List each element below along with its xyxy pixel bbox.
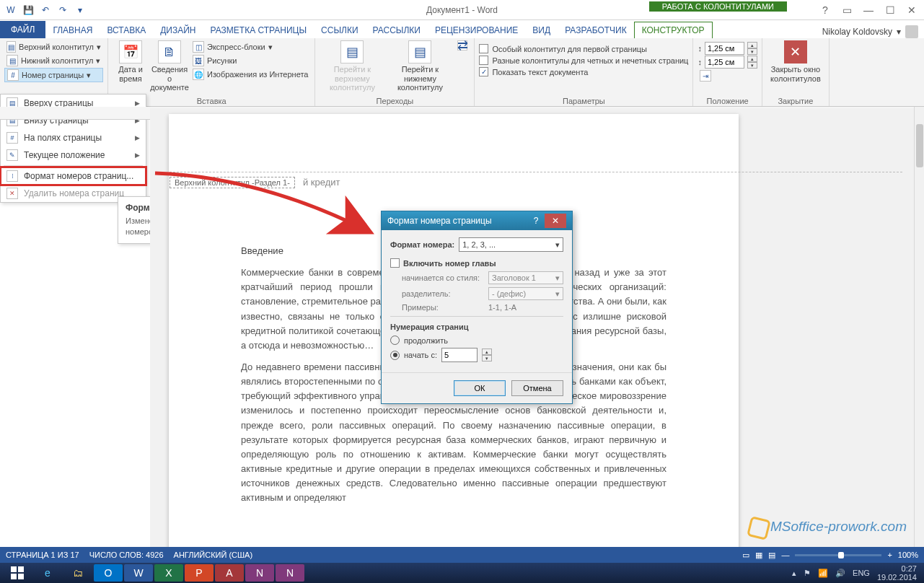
radio-icon (390, 336, 400, 345)
tab-layout[interactable]: РАЗМЕТКА СТРАНИЦЫ (203, 22, 314, 38)
dialog-close-icon[interactable]: ✕ (545, 214, 566, 228)
start-at-radio[interactable]: начать с: ▴▾ (390, 348, 563, 362)
include-chapter-checkbox[interactable]: Включить номер главы (390, 258, 563, 268)
page-status[interactable]: СТРАНИЦА 1 ИЗ 17 (6, 551, 79, 559)
user-area[interactable]: Nikolay Koldovsky ▾ (822, 25, 924, 38)
watermark-logo-icon (747, 516, 771, 540)
goto-footer-button[interactable]: ▤Перейти к нижнему колонтитулу (387, 40, 452, 95)
page-number-format-dialog: Формат номера страницы ? ✕ Формат номера… (381, 211, 573, 404)
taskbar-excel-icon[interactable]: X (154, 564, 183, 582)
start-button[interactable] (3, 564, 32, 582)
close-icon[interactable]: ✕ (902, 3, 921, 17)
header-from-top-input[interactable] (705, 42, 744, 55)
document-info-button[interactable]: 🗎Сведения о документе (151, 40, 188, 95)
picture-icon: 🖼 (193, 55, 204, 66)
word-count[interactable]: ЧИСЛО СЛОВ: 4926 (89, 551, 164, 559)
insert-alignment-tab-button[interactable]: ⇥ (698, 69, 757, 82)
pictures-button[interactable]: 🖼Рисунки (190, 54, 310, 67)
footer-label: Нижний колонтитул (21, 56, 93, 65)
nav-more-button[interactable]: ⇄ (455, 40, 470, 95)
language-status[interactable]: АНГЛИЙСКИЙ (США) (174, 551, 253, 559)
continue-radio[interactable]: продолжить (390, 336, 563, 345)
header-from-top-field[interactable]: ↕▴▾ (698, 42, 757, 55)
maximize-icon[interactable]: ☐ (881, 3, 899, 17)
tray-network-icon[interactable]: 📶 (818, 569, 828, 578)
tab-view[interactable]: ВИД (525, 22, 558, 38)
zoom-slider[interactable] (795, 554, 881, 556)
footer-from-bottom-field[interactable]: ↕▴▾ (698, 56, 757, 69)
qat-dropdown-icon[interactable]: ▾ (72, 2, 88, 18)
view-print-icon[interactable]: ▦ (755, 551, 762, 560)
word-app-icon[interactable]: W (3, 2, 19, 18)
spinner[interactable]: ▴▾ (747, 56, 757, 69)
online-pictures-button[interactable]: 🌐Изображения из Интернета (190, 68, 310, 81)
taskbar-powerpoint-icon[interactable]: P (185, 564, 214, 582)
tab-mailings[interactable]: РАССЫЛКИ (366, 22, 428, 38)
tab-references[interactable]: ССЫЛКИ (314, 22, 365, 38)
dialog-help-icon[interactable]: ? (527, 214, 545, 228)
different-odd-even-checkbox[interactable]: Разные колонтитулы для четных и нечетных… (479, 55, 688, 66)
submenu-page-margins[interactable]: #На полях страницы▶ (1, 129, 146, 146)
header-button[interactable]: ▤Верхний колонтитул ▾ (4, 40, 103, 53)
title-bar: W 💾 ↶ ↷ ▾ Документ1 - Word РАБОТА С КОЛО… (0, 0, 924, 20)
taskbar-access-icon[interactable]: A (215, 564, 244, 582)
tab-file[interactable]: ФАЙЛ (0, 21, 45, 38)
taskbar-outlook-icon[interactable]: O (94, 564, 123, 582)
ribbon-collapse-icon[interactable]: ▭ (837, 3, 856, 17)
cancel-button[interactable]: Отмена (511, 380, 563, 396)
view-web-icon[interactable]: ▤ (768, 551, 775, 560)
avatar[interactable] (905, 25, 918, 38)
start-at-input[interactable] (441, 348, 478, 362)
footer-button[interactable]: ▤Нижний колонтитул ▾ (4, 54, 103, 67)
zoom-out-icon[interactable]: — (781, 551, 789, 559)
scrollbar-thumb[interactable] (916, 124, 923, 167)
tab-developer[interactable]: РАЗРАБОТЧИК (558, 22, 634, 38)
help-icon[interactable]: ? (816, 3, 835, 17)
taskbar-explorer-icon[interactable]: 🗂 (63, 564, 92, 582)
quick-parts-button[interactable]: ◫Экспресс-блоки ▾ (190, 40, 310, 53)
page-number-button[interactable]: #Номер страницы ▾ (4, 68, 103, 82)
ok-button[interactable]: ОК (454, 380, 506, 396)
close-red-icon: ✕ (784, 40, 807, 63)
zoom-level[interactable]: 100% (898, 551, 918, 559)
tray-flag-icon[interactable]: ⚑ (804, 569, 811, 578)
tab-design-headerfooter[interactable]: КОНСТРУКТОР (634, 22, 713, 38)
checkbox-icon (479, 56, 488, 65)
tray-up-icon[interactable]: ▴ (792, 569, 796, 578)
page-margin-icon: # (6, 132, 18, 144)
vertical-scrollbar[interactable] (914, 107, 924, 547)
taskbar-onenote-icon[interactable]: N (245, 564, 274, 582)
show-doc-text-checkbox[interactable]: ✓Показать текст документа (479, 66, 688, 77)
zoom-in-icon[interactable]: + (887, 551, 892, 559)
taskbar-ie-icon[interactable]: e (33, 564, 62, 582)
dialog-title-bar[interactable]: Формат номера страницы ? ✕ (382, 211, 572, 230)
tab-insert[interactable]: ВСТАВКА (100, 22, 153, 38)
radio-selected-icon (390, 351, 400, 360)
undo-icon[interactable]: ↶ (38, 2, 53, 18)
taskbar-word-icon[interactable]: W (124, 564, 153, 582)
goto-header-icon: ▤ (340, 40, 364, 63)
view-read-icon[interactable]: ▭ (742, 551, 749, 560)
redo-icon[interactable]: ↷ (55, 2, 71, 18)
tab-home[interactable]: ГЛАВНАЯ (45, 22, 100, 38)
clock[interactable]: 0:27 19.02.2014 (877, 564, 917, 582)
close-header-footer-button[interactable]: ✕Закрыть окно колонтитулов (767, 40, 824, 95)
number-format-select[interactable]: 1, 2, 3, ...▾ (459, 237, 563, 252)
tray-volume-icon[interactable]: 🔊 (835, 569, 845, 578)
spinner[interactable]: ▴▾ (482, 349, 492, 361)
submenu-format-page-numbers[interactable]: ⁝Формат номеров страниц... (1, 167, 146, 185)
taskbar-onenote2-icon[interactable]: N (276, 564, 304, 582)
spinner[interactable]: ▴▾ (747, 42, 757, 55)
different-first-page-checkbox[interactable]: Особый колонтитул для первой страницы (479, 43, 688, 54)
tab-review[interactable]: РЕЦЕНЗИРОВАНИЕ (428, 22, 525, 38)
cursor-icon: ✎ (6, 149, 18, 161)
keyboard-language[interactable]: ENG (853, 569, 870, 577)
footer-from-bottom-input[interactable] (705, 56, 744, 69)
save-icon[interactable]: 💾 (20, 2, 36, 18)
minimize-icon[interactable]: — (859, 3, 878, 17)
user-dropdown-icon[interactable]: ▾ (897, 27, 901, 37)
tab-design[interactable]: ДИЗАЙН (153, 22, 203, 38)
zoom-slider-thumb[interactable] (838, 552, 844, 558)
date-time-button[interactable]: 📅Дата и время (113, 40, 149, 95)
submenu-current-position[interactable]: ✎Текущее положение▶ (1, 146, 146, 164)
